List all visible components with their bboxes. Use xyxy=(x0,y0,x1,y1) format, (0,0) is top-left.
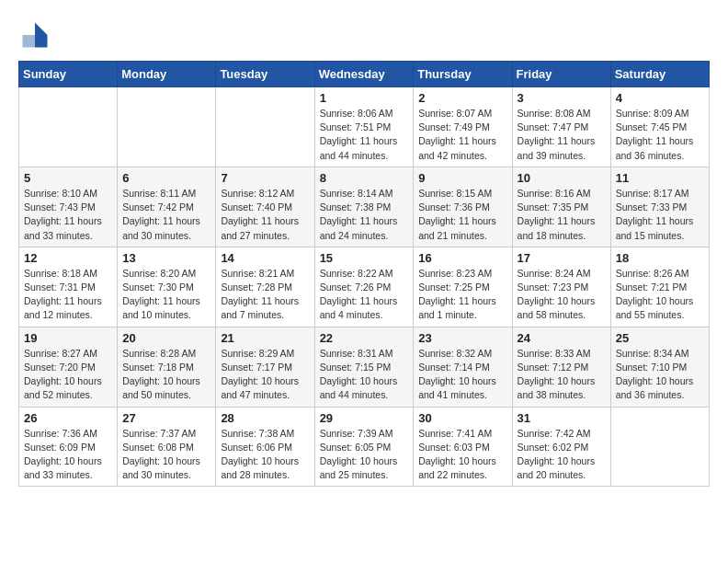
day-cell: 3Sunrise: 8:08 AM Sunset: 7:47 PM Daylig… xyxy=(512,87,610,167)
page-header xyxy=(18,18,710,52)
day-info: Sunrise: 8:21 AM Sunset: 7:28 PM Dayligh… xyxy=(221,267,309,323)
day-cell xyxy=(610,407,709,487)
header-saturday: Saturday xyxy=(610,62,709,87)
header-row: SundayMondayTuesdayWednesdayThursdayFrid… xyxy=(19,62,710,87)
day-number: 13 xyxy=(122,251,210,265)
day-info: Sunrise: 7:38 AM Sunset: 6:06 PM Dayligh… xyxy=(221,427,309,483)
day-info: Sunrise: 8:32 AM Sunset: 7:14 PM Dayligh… xyxy=(418,347,506,403)
day-info: Sunrise: 8:14 AM Sunset: 7:38 PM Dayligh… xyxy=(320,187,409,243)
day-number: 17 xyxy=(518,251,606,265)
day-info: Sunrise: 8:20 AM Sunset: 7:30 PM Dayligh… xyxy=(122,267,210,323)
day-cell: 22Sunrise: 8:31 AM Sunset: 7:15 PM Dayli… xyxy=(314,327,414,407)
logo-icon xyxy=(18,18,51,52)
week-row-1: 5Sunrise: 8:10 AM Sunset: 7:43 PM Daylig… xyxy=(19,167,710,247)
day-cell: 1Sunrise: 8:06 AM Sunset: 7:51 PM Daylig… xyxy=(314,87,414,167)
day-cell: 28Sunrise: 7:38 AM Sunset: 6:06 PM Dayli… xyxy=(216,407,314,487)
day-info: Sunrise: 7:39 AM Sunset: 6:05 PM Dayligh… xyxy=(320,427,409,483)
day-number: 22 xyxy=(320,331,409,345)
day-number: 23 xyxy=(418,331,506,345)
day-info: Sunrise: 8:31 AM Sunset: 7:15 PM Dayligh… xyxy=(320,347,409,403)
week-row-0: 1Sunrise: 8:06 AM Sunset: 7:51 PM Daylig… xyxy=(19,87,710,167)
header-monday: Monday xyxy=(118,62,216,87)
day-number: 21 xyxy=(221,331,309,345)
day-number: 31 xyxy=(518,411,606,425)
day-info: Sunrise: 8:22 AM Sunset: 7:26 PM Dayligh… xyxy=(320,267,409,323)
day-number: 24 xyxy=(518,331,606,345)
day-number: 27 xyxy=(122,411,210,425)
day-number: 16 xyxy=(418,251,506,265)
day-info: Sunrise: 7:36 AM Sunset: 6:09 PM Dayligh… xyxy=(24,427,112,483)
day-cell: 6Sunrise: 8:11 AM Sunset: 7:42 PM Daylig… xyxy=(118,167,216,247)
day-number: 2 xyxy=(418,91,506,105)
header-thursday: Thursday xyxy=(414,62,512,87)
day-cell: 19Sunrise: 8:27 AM Sunset: 7:20 PM Dayli… xyxy=(19,327,118,407)
day-info: Sunrise: 8:27 AM Sunset: 7:20 PM Dayligh… xyxy=(24,347,112,403)
day-info: Sunrise: 7:37 AM Sunset: 6:08 PM Dayligh… xyxy=(122,427,210,483)
day-cell: 5Sunrise: 8:10 AM Sunset: 7:43 PM Daylig… xyxy=(19,167,118,247)
day-info: Sunrise: 8:28 AM Sunset: 7:18 PM Dayligh… xyxy=(122,347,210,403)
day-number: 26 xyxy=(24,411,112,425)
day-cell: 31Sunrise: 7:42 AM Sunset: 6:02 PM Dayli… xyxy=(512,407,610,487)
day-cell: 7Sunrise: 8:12 AM Sunset: 7:40 PM Daylig… xyxy=(216,167,314,247)
day-number: 20 xyxy=(122,331,210,345)
day-number: 28 xyxy=(221,411,309,425)
day-number: 30 xyxy=(418,411,506,425)
day-cell: 12Sunrise: 8:18 AM Sunset: 7:31 PM Dayli… xyxy=(19,247,118,327)
day-cell: 2Sunrise: 8:07 AM Sunset: 7:49 PM Daylig… xyxy=(414,87,512,167)
day-info: Sunrise: 8:11 AM Sunset: 7:42 PM Dayligh… xyxy=(122,187,210,243)
day-cell: 18Sunrise: 8:26 AM Sunset: 7:21 PM Dayli… xyxy=(610,247,709,327)
day-info: Sunrise: 7:41 AM Sunset: 6:03 PM Dayligh… xyxy=(418,427,506,483)
day-number: 10 xyxy=(518,171,606,185)
day-number: 15 xyxy=(320,251,409,265)
day-number: 9 xyxy=(418,171,506,185)
day-info: Sunrise: 8:23 AM Sunset: 7:25 PM Dayligh… xyxy=(418,267,506,323)
calendar-header: SundayMondayTuesdayWednesdayThursdayFrid… xyxy=(19,62,710,87)
day-number: 4 xyxy=(616,91,704,105)
day-cell: 21Sunrise: 8:29 AM Sunset: 7:17 PM Dayli… xyxy=(216,327,314,407)
day-info: Sunrise: 8:15 AM Sunset: 7:36 PM Dayligh… xyxy=(418,187,506,243)
day-info: Sunrise: 8:06 AM Sunset: 7:51 PM Dayligh… xyxy=(320,107,409,163)
header-friday: Friday xyxy=(512,62,610,87)
day-info: Sunrise: 8:16 AM Sunset: 7:35 PM Dayligh… xyxy=(518,187,606,243)
day-cell: 29Sunrise: 7:39 AM Sunset: 6:05 PM Dayli… xyxy=(314,407,414,487)
week-row-2: 12Sunrise: 8:18 AM Sunset: 7:31 PM Dayli… xyxy=(19,247,710,327)
day-info: Sunrise: 8:33 AM Sunset: 7:12 PM Dayligh… xyxy=(518,347,606,403)
day-number: 19 xyxy=(24,331,112,345)
day-info: Sunrise: 8:09 AM Sunset: 7:45 PM Dayligh… xyxy=(616,107,704,163)
day-info: Sunrise: 8:08 AM Sunset: 7:47 PM Dayligh… xyxy=(518,107,606,163)
day-info: Sunrise: 8:24 AM Sunset: 7:23 PM Dayligh… xyxy=(518,267,606,323)
day-info: Sunrise: 8:29 AM Sunset: 7:17 PM Dayligh… xyxy=(221,347,309,403)
day-number: 14 xyxy=(221,251,309,265)
header-sunday: Sunday xyxy=(19,62,118,87)
day-cell: 27Sunrise: 7:37 AM Sunset: 6:08 PM Dayli… xyxy=(118,407,216,487)
logo xyxy=(18,18,55,52)
day-cell: 14Sunrise: 8:21 AM Sunset: 7:28 PM Dayli… xyxy=(216,247,314,327)
svg-marker-1 xyxy=(35,35,48,48)
day-cell xyxy=(216,87,314,167)
day-info: Sunrise: 7:42 AM Sunset: 6:02 PM Dayligh… xyxy=(518,427,606,483)
day-cell xyxy=(118,87,216,167)
day-cell: 25Sunrise: 8:34 AM Sunset: 7:10 PM Dayli… xyxy=(610,327,709,407)
day-info: Sunrise: 8:34 AM Sunset: 7:10 PM Dayligh… xyxy=(616,347,704,403)
day-number: 7 xyxy=(221,171,309,185)
day-cell xyxy=(19,87,118,167)
day-cell: 8Sunrise: 8:14 AM Sunset: 7:38 PM Daylig… xyxy=(314,167,414,247)
svg-marker-2 xyxy=(23,35,36,48)
day-cell: 23Sunrise: 8:32 AM Sunset: 7:14 PM Dayli… xyxy=(414,327,512,407)
day-number: 25 xyxy=(616,331,704,345)
day-number: 6 xyxy=(122,171,210,185)
day-cell: 4Sunrise: 8:09 AM Sunset: 7:45 PM Daylig… xyxy=(610,87,709,167)
day-info: Sunrise: 8:07 AM Sunset: 7:49 PM Dayligh… xyxy=(418,107,506,163)
day-cell: 26Sunrise: 7:36 AM Sunset: 6:09 PM Dayli… xyxy=(19,407,118,487)
day-info: Sunrise: 8:10 AM Sunset: 7:43 PM Dayligh… xyxy=(24,187,112,243)
day-cell: 15Sunrise: 8:22 AM Sunset: 7:26 PM Dayli… xyxy=(314,247,414,327)
day-cell: 9Sunrise: 8:15 AM Sunset: 7:36 PM Daylig… xyxy=(414,167,512,247)
day-info: Sunrise: 8:26 AM Sunset: 7:21 PM Dayligh… xyxy=(616,267,704,323)
calendar-body: 1Sunrise: 8:06 AM Sunset: 7:51 PM Daylig… xyxy=(19,87,710,487)
svg-marker-0 xyxy=(35,23,48,36)
day-cell: 17Sunrise: 8:24 AM Sunset: 7:23 PM Dayli… xyxy=(512,247,610,327)
day-number: 11 xyxy=(616,171,704,185)
day-info: Sunrise: 8:12 AM Sunset: 7:40 PM Dayligh… xyxy=(221,187,309,243)
day-info: Sunrise: 8:18 AM Sunset: 7:31 PM Dayligh… xyxy=(24,267,112,323)
day-cell: 20Sunrise: 8:28 AM Sunset: 7:18 PM Dayli… xyxy=(118,327,216,407)
